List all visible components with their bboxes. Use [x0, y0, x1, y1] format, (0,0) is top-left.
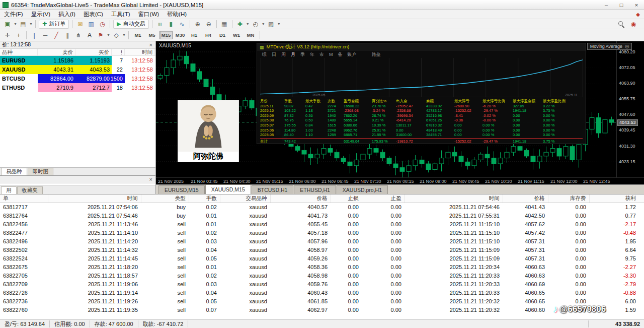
mail-icon[interactable]: ✉: [75, 20, 85, 29]
terminal-column-类型[interactable]: 类型: [141, 194, 189, 203]
bars-chart-icon[interactable]: ≡: [155, 19, 165, 29]
news-icon[interactable]: ▥: [86, 20, 96, 29]
history-row-63822456[interactable]: 638224562025.11.21 11:13:46sell0.01xauus…: [0, 220, 644, 228]
menu-窗口(W)[interactable]: 窗口(W): [134, 10, 164, 19]
stats-menu-年[interactable]: 年: [310, 51, 314, 58]
period-icon[interactable]: ◴: [251, 20, 261, 29]
stats-window-titlebar[interactable]: ▦ MTDriver统计 V3.12 (http://mtdriver.cn): [257, 43, 586, 51]
menu-帮助(H)[interactable]: 帮助(H): [163, 10, 191, 19]
chart-tab-EURUSD,M15[interactable]: EURUSD,M15: [158, 185, 205, 194]
mw-column-3[interactable]: !: [112, 49, 125, 55]
stats-menu-路垒[interactable]: 路垒: [372, 51, 381, 58]
terminal-column-价格[interactable]: 价格: [503, 194, 548, 203]
history-row-63822760[interactable]: 638227602025.11.21 11:19:35sell0.07xauus…: [0, 305, 644, 314]
profiles-icon-caret[interactable]: ▾: [29, 20, 33, 29]
template-icon-caret[interactable]: ▾: [277, 20, 281, 29]
history-row-63822502[interactable]: 638225022025.11.21 11:14:32sell0.04xauus…: [0, 245, 644, 254]
close-button[interactable]: ×: [629, 0, 644, 10]
timeframe-MN[interactable]: MN: [244, 31, 257, 39]
stats-menu-备[interactable]: 备: [338, 51, 343, 58]
timeframe-H4[interactable]: H4: [202, 31, 215, 39]
tile-windows-icon[interactable]: ▦: [219, 20, 229, 29]
history-row-63822477[interactable]: 638224772025.11.21 11:14:10sell0.02xauus…: [0, 228, 644, 237]
terminal-column-手数[interactable]: 手数: [189, 194, 220, 203]
zoom-out-icon[interactable]: ⊖: [204, 20, 214, 29]
period-icon-caret[interactable]: ▾: [261, 20, 266, 29]
menu-显示(V)[interactable]: 显示(V): [27, 10, 54, 19]
indicator-visibility-icon[interactable]: ◎: [625, 44, 629, 49]
template-icon[interactable]: ▨: [266, 20, 276, 29]
stats-menu-综[interactable]: 综: [262, 51, 267, 58]
indicators-icon[interactable]: ✚: [235, 20, 245, 29]
stats-menu-M[interactable]: M: [329, 52, 333, 57]
arrows-icon[interactable]: ⚑: [96, 31, 106, 40]
timeframe-H1[interactable]: H1: [188, 31, 201, 39]
timeframe-M15[interactable]: M15: [159, 31, 173, 39]
zoom-in-icon[interactable]: ⊕: [193, 20, 203, 29]
pin-icon[interactable]: ◉: [628, 20, 638, 29]
channel-icon[interactable]: ∥: [62, 31, 72, 40]
crosshair-icon[interactable]: +: [14, 31, 24, 40]
terminal-column-单[interactable]: 单: [0, 194, 48, 203]
vertical-line-icon[interactable]: |: [29, 31, 39, 40]
history-row-63822496[interactable]: 638224962025.11.21 11:14:20sell0.03xauus…: [0, 237, 644, 245]
text-icon[interactable]: A: [85, 31, 95, 40]
auto-trading-button[interactable]: ▶自动交易: [113, 20, 148, 29]
history-row-63822524[interactable]: 638225242025.11.21 11:14:45sell0.05xauus…: [0, 254, 644, 263]
history-row-63812764[interactable]: 638127642025.11.21 07:54:46buy0.01xauusd…: [0, 211, 644, 220]
shapes-icon-caret[interactable]: ▾: [122, 31, 126, 40]
nav-tab-收藏夹[interactable]: 收藏夹: [17, 186, 43, 194]
trendline-icon[interactable]: ╱: [51, 31, 61, 40]
stats-menu-月[interactable]: 月: [291, 51, 295, 58]
arrows-icon-caret[interactable]: ▾: [106, 31, 111, 40]
market-watch-row-BTCUSD[interactable]: BTCUSD82864.0082879.00150013:12:58: [0, 74, 155, 83]
indicators-icon-caret[interactable]: ▾: [246, 20, 250, 29]
terminal-column-止盈[interactable]: 止盈: [362, 194, 405, 203]
stats-menu-季[interactable]: 季: [300, 51, 305, 58]
history-row-63822705[interactable]: 638227052025.11.21 11:18:57sell0.02xauus…: [0, 271, 644, 280]
timeframe-M30[interactable]: M30: [174, 31, 187, 39]
terminal-column-交易品种[interactable]: 交易品种: [220, 194, 270, 203]
timeframe-D1[interactable]: D1: [216, 31, 229, 39]
mw-column-2[interactable]: 买价: [75, 49, 112, 55]
market-watch-row-XAUUSD[interactable]: XAUUSD4043.314043.532213:12:58: [0, 65, 155, 74]
new-chart-icon[interactable]: ▣: [3, 20, 13, 29]
minimize-button[interactable]: –: [599, 0, 614, 10]
menu-插入(I)[interactable]: 插入(I): [54, 10, 79, 19]
chart-tab-ETHUSD,H1[interactable]: ETHUSD,H1: [294, 185, 336, 194]
pitchfork-icon[interactable]: ⋔: [73, 31, 84, 40]
mw-tab-即时图[interactable]: 即时图: [28, 168, 54, 175]
menu-工具(T)[interactable]: 工具(T): [107, 10, 134, 19]
history-row-63822675[interactable]: 638226752025.11.21 11:18:20sell0.01xauus…: [0, 263, 644, 271]
terminal-column-获利[interactable]: 获利: [589, 194, 644, 203]
timeframe-W1[interactable]: W1: [230, 31, 243, 39]
chart-tab-XAUUSD.pro,H1[interactable]: XAUUSD.pro,H1: [337, 185, 388, 194]
mw-column-4[interactable]: 时间: [125, 49, 155, 55]
stats-menu-市[interactable]: 市: [319, 51, 324, 58]
horizontal-line-icon[interactable]: ─: [40, 31, 50, 40]
stats-menu-日[interactable]: 日: [272, 51, 276, 58]
terminal-column-库存费[interactable]: 库存费: [548, 194, 589, 203]
nav-tab-用[interactable]: 用: [1, 186, 17, 194]
menu-文件(F)[interactable]: 文件(F): [0, 10, 27, 19]
market-watch-row-EURUSD[interactable]: EURUSD1.151861.15193713:12:58: [0, 56, 155, 65]
profiles-icon[interactable]: ▤: [18, 20, 28, 29]
new-chart-icon-caret[interactable]: ▾: [13, 20, 18, 29]
indicator-legend[interactable]: Moving Average ◎: [587, 43, 632, 50]
new-order-button[interactable]: ✚新订单: [39, 20, 69, 29]
mw-tab-易品种[interactable]: 易品种: [1, 168, 27, 175]
mw-column-1[interactable]: 卖价: [38, 49, 75, 55]
terminal-column-时间[interactable]: 时间: [48, 194, 141, 203]
chart-tab-BTCUSD,H1[interactable]: BTCUSD,H1: [252, 185, 294, 194]
timeframe-M1[interactable]: M1: [131, 31, 144, 39]
mw-column-0[interactable]: 品种: [0, 49, 38, 55]
shapes-icon[interactable]: ◇: [111, 31, 121, 40]
history-row-63822726[interactable]: 638227262025.11.21 11:19:14sell0.04xauus…: [0, 288, 644, 297]
chart-tab-XAUUSD,M15[interactable]: XAUUSD,M15: [205, 184, 251, 194]
line-chart-icon[interactable]: ∿: [177, 20, 187, 29]
terminal-column-价格[interactable]: 价格: [270, 194, 331, 203]
stats-menu-账户[interactable]: 账户: [348, 51, 357, 58]
timeframe-M5[interactable]: M5: [145, 31, 158, 39]
calendar-icon[interactable]: ◷: [97, 20, 107, 29]
restore-button[interactable]: □: [614, 0, 629, 10]
